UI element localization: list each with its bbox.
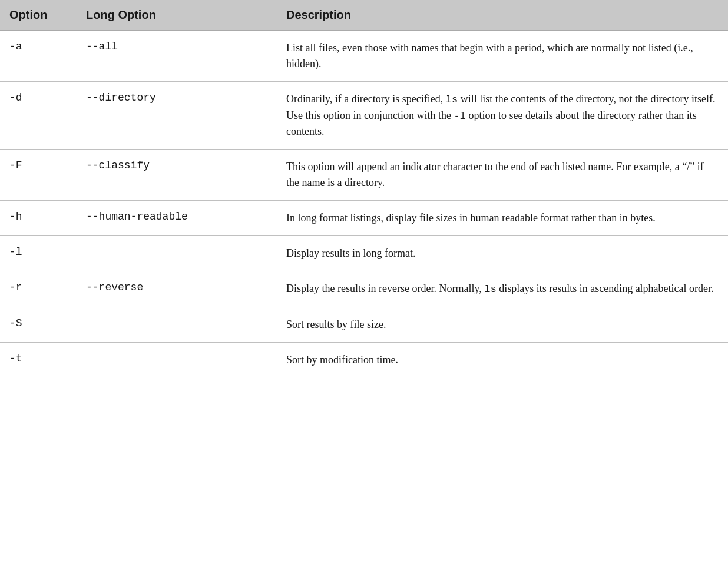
option-value: -t <box>9 353 22 364</box>
option-cell: -t <box>0 342 77 377</box>
option-cell: -d <box>0 82 77 150</box>
long-option-cell: --directory <box>77 82 277 150</box>
inline-code: ls <box>484 284 496 295</box>
long-option-cell: --all <box>77 31 277 82</box>
long-option-value: --directory <box>86 92 156 104</box>
table-row: -h--human-readableIn long format listing… <box>0 201 728 236</box>
table-row: -SSort results by file size. <box>0 307 728 342</box>
option-value: -d <box>9 92 22 104</box>
long-option-value: --all <box>86 41 118 52</box>
option-value: -F <box>9 160 22 171</box>
option-value: -a <box>9 41 22 52</box>
description-cell: Sort results by file size. <box>277 307 728 342</box>
option-cell: -a <box>0 31 77 82</box>
table-row: -F--classifyThis option will append an i… <box>0 150 728 201</box>
options-table: Option Long Option Description -a--allLi… <box>0 0 728 377</box>
option-value: -l <box>9 246 22 258</box>
option-cell: -l <box>0 236 77 271</box>
table-row: -d--directoryOrdinarily, if a directory … <box>0 82 728 150</box>
long-option-value: --reverse <box>86 281 143 293</box>
table-header-row: Option Long Option Description <box>0 0 728 31</box>
option-cell: -F <box>0 150 77 201</box>
description-cell: List all files, even those with names th… <box>277 31 728 82</box>
long-option-cell <box>77 236 277 271</box>
description-cell: Sort by modification time. <box>277 342 728 377</box>
table-row: -a--allList all files, even those with n… <box>0 31 728 82</box>
description-cell: Ordinarily, if a directory is specified,… <box>277 82 728 150</box>
option-cell: -S <box>0 307 77 342</box>
long-option-cell <box>77 307 277 342</box>
header-description: Description <box>277 0 728 31</box>
long-option-cell: --classify <box>77 150 277 201</box>
description-cell: Display results in long format. <box>277 236 728 271</box>
long-option-cell <box>77 342 277 377</box>
description-cell: In long format listings, display file si… <box>277 201 728 236</box>
table-row: -tSort by modification time. <box>0 342 728 377</box>
option-cell: -h <box>0 201 77 236</box>
header-long-option: Long Option <box>77 0 277 31</box>
long-option-value: --human-readable <box>86 211 188 223</box>
description-cell: This option will append an indicator cha… <box>277 150 728 201</box>
long-option-cell: --human-readable <box>77 201 277 236</box>
table-row: -r--reverseDisplay the results in revers… <box>0 271 728 307</box>
inline-code: -l <box>454 111 465 122</box>
option-cell: -r <box>0 271 77 307</box>
option-value: -r <box>9 281 22 293</box>
long-option-cell: --reverse <box>77 271 277 307</box>
description-cell: Display the results in reverse order. No… <box>277 271 728 307</box>
table-row: -lDisplay results in long format. <box>0 236 728 271</box>
option-value: -S <box>9 317 22 329</box>
main-container: Option Long Option Description -a--allLi… <box>0 0 728 377</box>
inline-code: ls <box>446 94 458 105</box>
option-value: -h <box>9 211 22 223</box>
header-option: Option <box>0 0 77 31</box>
long-option-value: --classify <box>86 160 150 171</box>
